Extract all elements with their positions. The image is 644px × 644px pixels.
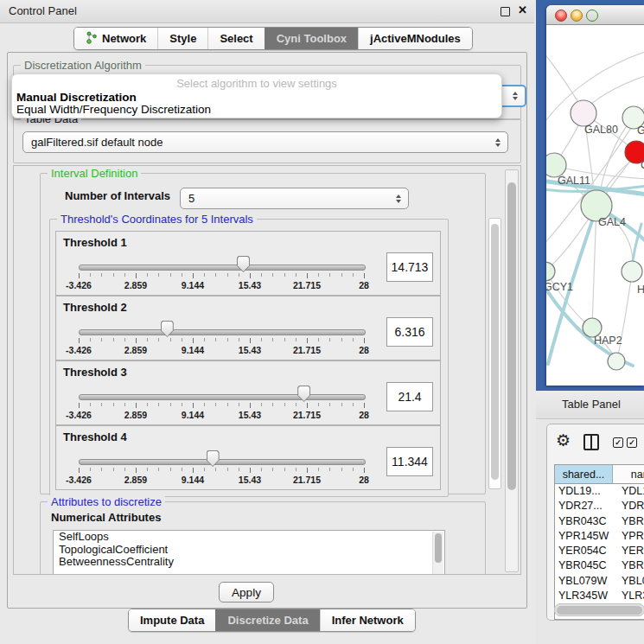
threshold-slider-track[interactable] (79, 394, 366, 400)
node-label-g: G (637, 124, 644, 137)
apply-button[interactable]: Apply (219, 582, 274, 603)
algorithm-option-equal-width-frequency[interactable]: Equal Width/Frequency Discretization (16, 103, 211, 116)
slider-tick (124, 338, 125, 341)
attribute-list-item[interactable]: TopologicalCoefficient (54, 544, 444, 557)
close-icon[interactable]: ✕ (518, 3, 527, 16)
slider-tick (113, 468, 114, 471)
table-row[interactable]: YBR043CYBR0 (555, 514, 644, 529)
table-cell-shared: YER054C (555, 544, 616, 558)
threshold-slider-track[interactable] (79, 265, 366, 271)
panel-scrollbar[interactable] (505, 169, 519, 572)
slider-tick (261, 403, 262, 406)
slider-tick (204, 403, 205, 406)
slider-tick (364, 403, 365, 408)
slider-tick-label: -3.426 (66, 410, 92, 420)
tab-impute-data[interactable]: Impute Data (129, 609, 215, 631)
GAL80-node[interactable] (571, 100, 596, 126)
slider-tick (204, 273, 205, 277)
algorithm-option-manual-discretization[interactable]: Manual Discretization (16, 91, 137, 104)
threshold-value-field[interactable]: 6.316 (386, 317, 433, 347)
interval-definition-group: Interval Definition Number of Intervals … (40, 173, 486, 494)
slider-tick-label: 28 (359, 345, 369, 355)
table-row[interactable]: YLR345WYLR3 (555, 589, 644, 603)
slider-tick (272, 338, 273, 341)
slider-tick (261, 468, 262, 471)
slider-tick (329, 338, 330, 341)
close-traffic-light-icon[interactable] (555, 10, 567, 22)
table-data-combobox[interactable]: galFiltered.sif default node (22, 131, 508, 153)
split-columns-icon[interactable] (583, 434, 599, 450)
slider-tick-label: 2.859 (124, 345, 147, 355)
H-node[interactable] (622, 261, 642, 282)
attribute-list-item[interactable]: SelfLoops (54, 531, 444, 544)
network-canvas[interactable]: GAL80GCGAL11GAL4GCY1HHAP2 (546, 25, 644, 386)
checkbox-checked-icon[interactable]: ✓ (627, 437, 637, 448)
table-cell-shared: YBR043C (555, 514, 616, 529)
table-row[interactable]: YDR27...YDR2 (555, 499, 644, 513)
table-row[interactable]: YPR145WYPR1 (555, 529, 644, 544)
attribute-list-item[interactable]: BetweennessCentrality (54, 556, 444, 569)
tab-network[interactable]: Network (74, 28, 157, 49)
GCY1-node[interactable] (546, 262, 555, 281)
slider-tick (329, 403, 330, 406)
slider-tick (136, 273, 137, 278)
slider-tick (284, 338, 285, 341)
slider-tick (227, 338, 228, 341)
table-row[interactable]: YBR045CYBR0 (555, 558, 644, 573)
slider-tick (124, 403, 125, 406)
tab-cyni-toolbox[interactable]: Cyni Toolbox (265, 28, 358, 49)
network-window-titlebar[interactable] (546, 5, 644, 25)
table-row[interactable]: YER054CYER0 (555, 544, 644, 558)
table-cell-name: YLR3 (616, 589, 644, 603)
slider-tick (261, 338, 262, 341)
number-of-intervals-combobox[interactable]: 5 (180, 188, 409, 209)
partial-node-bottom[interactable] (608, 353, 625, 370)
node-label-gal4: GAL4 (598, 216, 626, 228)
threshold-value-field[interactable]: 21.4 (386, 382, 433, 411)
thresholds-scrollbar[interactable] (488, 218, 501, 489)
checkbox-checked-icon[interactable]: ✓ (613, 437, 623, 448)
float-window-icon[interactable] (501, 7, 510, 16)
zoom-traffic-light-icon[interactable] (586, 10, 598, 22)
threshold-slider-track[interactable] (79, 459, 366, 465)
minimize-traffic-light-icon[interactable] (571, 10, 583, 22)
slider-tick (307, 468, 308, 473)
table-cell-shared: YBL079W (555, 574, 616, 589)
node-label-hap2: HAP2 (594, 335, 622, 347)
GAL11-node[interactable] (546, 153, 566, 177)
table-data-combobox-value: galFiltered.sif default node (31, 136, 163, 149)
threshold-slider-track[interactable] (79, 329, 366, 335)
tab-jactivemnodules[interactable]: jActiveMNodules (358, 28, 472, 49)
tab-discretize-data[interactable]: Discretize Data (215, 609, 319, 631)
slider-tick (90, 403, 91, 406)
slider-tick (193, 468, 194, 473)
table-data-group: Table Data galFiltered.sif default node (13, 118, 521, 163)
threshold-value-field[interactable]: 14.713 (386, 252, 433, 282)
slider-tick (158, 403, 159, 406)
slider-tick (284, 273, 285, 277)
settings-gear-icon[interactable]: ⚙ (556, 430, 571, 450)
column-header-shared[interactable]: shared... (555, 465, 613, 483)
table-panel-title: Table Panel (562, 398, 621, 411)
attributes-list-scrollbar[interactable] (432, 532, 443, 575)
slider-tick (215, 273, 216, 277)
slider-tick-label: 28 (359, 280, 369, 290)
network-window: GAL80GCGAL11GAL4GCY1HHAP2 (546, 5, 644, 386)
combobox-spinner-icon (513, 92, 519, 100)
slider-tick (364, 273, 365, 278)
slider-tick (250, 338, 251, 343)
table-row[interactable]: YDL19...YDL1 (555, 484, 644, 499)
tab-select[interactable]: Select (207, 28, 264, 49)
tab-style[interactable]: Style (157, 28, 207, 49)
tab-infer-network[interactable]: Infer Network (320, 609, 415, 631)
table-cell-name: YDL1 (616, 484, 644, 499)
table-row[interactable]: YBL079WYBL0 (555, 574, 644, 589)
table-cell-name: YBR0 (616, 514, 644, 529)
slider-tick-label: -3.426 (66, 475, 92, 485)
column-header-name[interactable]: name (613, 465, 644, 483)
numerical-attributes-list[interactable]: SelfLoopsTopologicalCoefficientBetweenne… (53, 530, 445, 575)
threshold-panel-4: Threshold 4-3.4262.8599.14415.4321.71528… (55, 425, 441, 490)
table-horizontal-scrollbar[interactable] (554, 603, 644, 616)
threshold-value-field[interactable]: 11.344 (386, 447, 433, 476)
slider-tick (227, 468, 228, 471)
